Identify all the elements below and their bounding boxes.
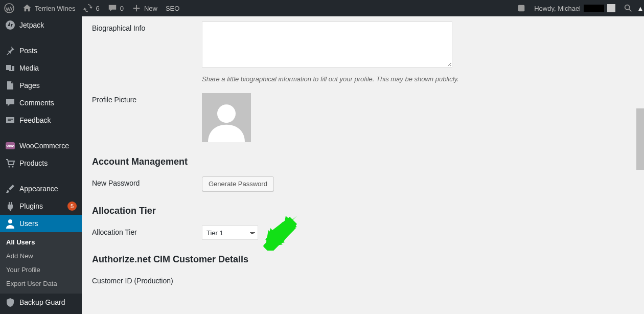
scroll-up-caret[interactable]: ▲ [637,0,644,16]
sidebar-item-label: Backup Guard [19,298,77,306]
sidebar-item-pages[interactable]: Pages [0,77,82,94]
plus-icon [132,4,141,13]
woocommerce-icon: Woo [5,141,15,151]
profile-picture-label: Profile Picture [92,93,202,104]
main-content: Biographical Info Share a little biograp… [82,16,644,314]
svg-rect-1 [518,5,525,12]
sidebar-item-label: Products [19,159,77,167]
search-button[interactable] [619,0,637,16]
admin-sidebar: Jetpack Posts Media Pages Comments Feedb… [0,16,82,314]
allocation-tier-label: Allocation Tier [92,226,202,236]
sidebar-item-plugins[interactable]: Plugins 5 [0,197,82,215]
sidebar-item-label: Pages [19,81,77,89]
allocation-tier-select[interactable]: Tier 1 [202,226,258,240]
media-icon [5,63,15,73]
sidebar-item-label: Appearance [19,185,77,193]
bio-label: Biographical Info [92,21,202,32]
site-name-link[interactable]: Terrien Wines [18,0,79,16]
submenu-export-user-data[interactable]: Export User Data [0,277,82,290]
sidebar-item-feedback[interactable]: Feedback [0,111,82,129]
users-submenu: All Users Add New Your Profile Export Us… [0,232,82,294]
comment-icon [5,98,15,108]
svg-point-8 [217,104,236,123]
authorize-net-heading: Authorize.net CIM Customer Details [92,254,634,265]
update-icon [83,4,93,13]
sidebar-item-label: WooCommerce [19,142,77,150]
sidebar-item-label: Plugins [19,202,63,210]
generate-password-button[interactable]: Generate Password [202,176,274,191]
sidebar-item-jetpack[interactable]: Jetpack [0,16,82,34]
svg-rect-4 [6,117,14,123]
brush-icon [5,184,15,194]
sidebar-item-posts[interactable]: Posts [0,42,82,59]
sidebar-item-tools[interactable]: Tools [0,311,82,314]
scrollbar-thumb[interactable] [636,108,644,170]
plugin-icon [5,201,15,211]
sidebar-item-users[interactable]: Users [0,215,82,232]
sidebar-item-label: Feedback [19,116,77,124]
site-name: Terrien Wines [35,5,75,12]
submenu-your-profile[interactable]: Your Profile [0,263,82,277]
cart-icon [5,158,15,168]
sidebar-item-label: Comments [19,99,77,107]
redacted-name [584,5,604,12]
sidebar-item-products[interactable]: Products [0,154,82,172]
notification-indicator[interactable] [513,0,530,16]
sidebar-item-label: Jetpack [19,21,77,29]
seo-label: SEO [166,5,179,12]
svg-point-5 [9,166,10,168]
sidebar-item-backup-guard[interactable]: Backup Guard [0,294,82,311]
howdy-text: Howdy, Michael [534,5,581,12]
admin-toolbar: Terrien Wines 6 0 New SEO Howdy, Michael… [0,0,644,16]
notification-icon [517,4,526,13]
new-content-link[interactable]: New [128,0,162,16]
feedback-icon [5,115,15,125]
comments-count: 0 [120,5,124,12]
jetpack-icon [5,20,15,30]
account-link[interactable]: Howdy, Michael [530,0,619,16]
user-icon [5,218,15,229]
shield-icon [5,297,15,307]
plugins-update-badge: 5 [67,201,77,211]
sidebar-item-comments[interactable]: Comments [0,94,82,111]
customer-id-label: Customer ID (Production) [92,274,202,285]
pin-icon [5,46,15,56]
sidebar-item-appearance[interactable]: Appearance [0,180,82,197]
sidebar-item-label: Media [19,64,77,72]
user-avatar-small [607,4,615,12]
home-icon [22,4,32,13]
seo-link[interactable]: SEO [162,0,183,16]
new-label: New [144,5,157,12]
search-icon [624,4,633,13]
svg-point-6 [12,166,14,168]
svg-point-3 [6,20,15,30]
page-icon [5,80,15,91]
submenu-all-users[interactable]: All Users [0,235,82,249]
bio-textarea[interactable] [202,21,452,68]
profile-picture-avatar [202,93,251,142]
comments-link[interactable]: 0 [104,0,128,16]
sidebar-item-media[interactable]: Media [0,59,82,77]
person-placeholder-icon [203,96,249,142]
sidebar-item-label: Posts [19,47,77,55]
comment-icon [108,4,117,13]
sidebar-item-label: Users [19,219,77,228]
svg-point-2 [625,5,630,10]
new-password-label: New Password [92,176,202,187]
updates-count: 6 [96,5,99,12]
svg-point-7 [8,219,12,223]
submenu-add-new[interactable]: Add New [0,249,82,263]
allocation-tier-heading: Allocation Tier [92,206,634,216]
account-management-heading: Account Management [92,156,634,167]
wordpress-logo[interactable] [0,0,18,16]
updates-link[interactable]: 6 [79,0,103,16]
bio-help-text: Share a little biographical information … [202,75,634,83]
sidebar-item-woocommerce[interactable]: Woo WooCommerce [0,137,82,154]
